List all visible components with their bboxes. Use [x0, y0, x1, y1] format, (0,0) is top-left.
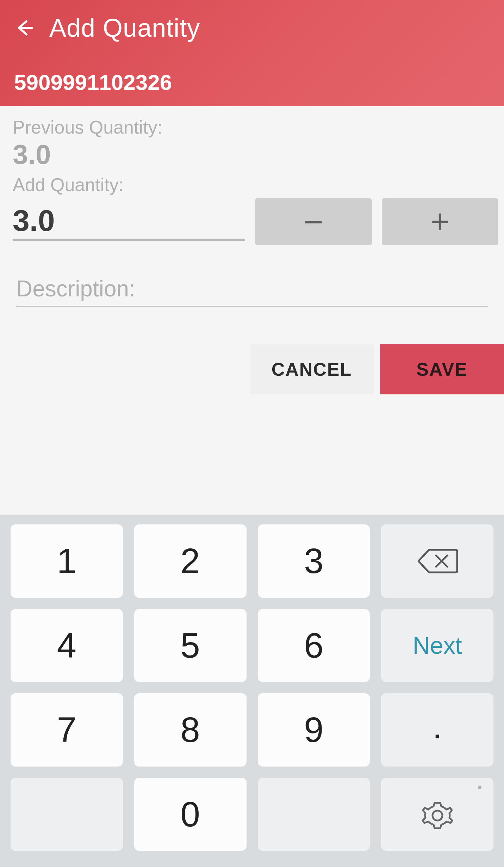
- key-9[interactable]: 9: [258, 693, 370, 767]
- key-6[interactable]: 6: [258, 609, 370, 682]
- key-3[interactable]: 3: [258, 524, 370, 598]
- back-icon[interactable]: [14, 18, 34, 38]
- save-button[interactable]: SAVE: [380, 344, 504, 394]
- decrement-button[interactable]: −: [255, 198, 372, 245]
- key-4[interactable]: 4: [11, 609, 123, 682]
- key-0[interactable]: 0: [134, 778, 247, 851]
- add-quantity-label: Add Quantity:: [13, 174, 491, 195]
- cancel-button[interactable]: CANCEL: [250, 344, 374, 394]
- form-content: Previous Quantity: 3.0 Add Quantity: − +…: [0, 106, 504, 394]
- quantity-stepper-row: − +: [13, 198, 491, 245]
- quantity-input[interactable]: [13, 203, 245, 238]
- page-title: Add Quantity: [49, 13, 200, 42]
- key-settings[interactable]: [381, 778, 493, 851]
- key-next[interactable]: Next: [381, 609, 493, 682]
- description-input[interactable]: [16, 270, 488, 307]
- barcode-value: 5909991102326: [14, 70, 490, 95]
- action-buttons: CANCEL SAVE: [13, 344, 504, 394]
- increment-button[interactable]: +: [382, 198, 499, 245]
- app-header: Add Quantity 5909991102326: [0, 0, 504, 106]
- key-8[interactable]: 8: [134, 693, 247, 767]
- gear-icon: [421, 798, 454, 830]
- key-blank-left[interactable]: [11, 778, 123, 851]
- previous-quantity-value: 3.0: [13, 139, 491, 171]
- description-row: [13, 270, 491, 307]
- key-5[interactable]: 5: [134, 609, 247, 682]
- key-1[interactable]: 1: [11, 524, 123, 598]
- previous-quantity-label: Previous Quantity:: [13, 117, 491, 138]
- key-backspace[interactable]: [381, 524, 493, 598]
- key-2[interactable]: 2: [134, 524, 247, 598]
- key-blank-right[interactable]: [258, 778, 370, 851]
- svg-point-0: [433, 811, 442, 820]
- settings-indicator-dot: [478, 786, 481, 789]
- header-top-row: Add Quantity: [14, 13, 490, 42]
- key-decimal[interactable]: .: [381, 693, 493, 767]
- numeric-keypad: 1 2 3 4 5 6 Next 7 8 9 . 0: [0, 515, 504, 867]
- backspace-icon: [416, 548, 459, 574]
- quantity-input-wrap: [13, 203, 245, 241]
- key-7[interactable]: 7: [11, 693, 123, 767]
